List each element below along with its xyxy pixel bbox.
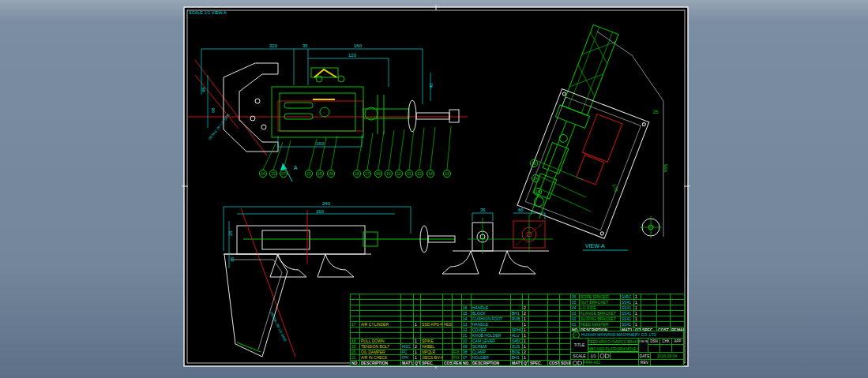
- table-row: [351, 305, 462, 311]
- table-cell: [657, 316, 671, 322]
- table-cell: 1: [523, 355, 529, 361]
- table-cell: BH1: [511, 311, 523, 316]
- table-row: [351, 311, 462, 316]
- table-cell: 17: [351, 322, 360, 327]
- table-cell: FESTO: [443, 322, 453, 327]
- balloon-number: 04: [329, 171, 333, 176]
- table-row: 11KNOB HOLDERALU1: [462, 333, 571, 339]
- cad-workspace: SCALE 1/1 VIEW A: [0, 0, 868, 378]
- table-cell: 16: [462, 305, 472, 311]
- table-cell: 06: [571, 294, 580, 300]
- table-cell: [560, 339, 571, 344]
- table-cell: MSC: [401, 344, 414, 350]
- table-cell: [529, 300, 548, 305]
- table-cell: 1: [634, 294, 641, 300]
- table-cell: [641, 305, 657, 311]
- table-cell: 1: [634, 316, 641, 322]
- table-row: 09SCREWSUS1: [462, 344, 571, 350]
- table-cell: 01: [571, 322, 580, 327]
- table-cell: [560, 305, 571, 311]
- table-cell: [671, 305, 685, 311]
- table-cell: [443, 311, 453, 316]
- table-cell: 21: [351, 355, 360, 361]
- table-cell: [401, 305, 414, 311]
- table-cell: [529, 339, 548, 344]
- table-cell: [453, 305, 462, 311]
- balloon-number: 07: [281, 171, 286, 176]
- table-cell: 2: [523, 305, 529, 311]
- table-cell: 1: [634, 300, 641, 305]
- table-cell: [421, 311, 443, 316]
- table-header-cell: SPEC.: [529, 361, 548, 366]
- balloon-number: 12: [417, 171, 422, 176]
- table-cell: [414, 327, 421, 333]
- table-cell: S45C: [511, 339, 523, 344]
- table-cell: S45C: [621, 294, 634, 300]
- table-header-cell: DESCRIPTION: [472, 361, 511, 366]
- table-cell: [414, 294, 421, 300]
- table-cell: 1: [634, 305, 641, 311]
- table-cell: 1: [414, 350, 421, 355]
- table-cell: [641, 316, 657, 322]
- table-cell: [548, 350, 560, 355]
- table-cell: PULL DOWN: [360, 339, 401, 344]
- table-cell: 1: [414, 355, 421, 361]
- table-cell: [548, 300, 560, 305]
- table-cell: [548, 355, 560, 361]
- parts-list-left: 17AIR CYLINDER1SSD-KPS-KPSLKBH-KB-SBLOPF…: [350, 294, 462, 366]
- table-row: [462, 300, 571, 305]
- table-cell: SSD-KPS-KPSLKBH-KB-SBLOP: [421, 322, 443, 327]
- table-cell: SUS: [511, 344, 523, 350]
- table-cell: 18: [351, 339, 360, 344]
- table-cell: [453, 300, 462, 305]
- balloon-number: 16: [261, 171, 265, 176]
- balloon-number: 22: [271, 171, 276, 176]
- table-cell: [529, 311, 548, 316]
- table-cell: [560, 350, 571, 355]
- table-cell: 08: [462, 350, 472, 355]
- table-cell: FIX: [453, 350, 462, 355]
- table-cell: [657, 305, 671, 311]
- table-row: 12COVERSPHC1: [462, 327, 571, 333]
- table-cell: [657, 322, 671, 327]
- table-cell: [560, 327, 571, 333]
- table-cell: [560, 316, 571, 322]
- table-cell: 1: [634, 311, 641, 316]
- table-cell: SS41: [621, 305, 634, 311]
- dimension-label: 68: [211, 107, 216, 113]
- table-cell: 20: [351, 350, 360, 355]
- table-cell: [641, 311, 657, 316]
- table-cell: SPHC: [511, 327, 523, 333]
- table-cell: [360, 300, 401, 305]
- table-cell: SPIKE: [421, 339, 443, 344]
- table-row: [462, 294, 571, 300]
- table-header-cell: NO.: [351, 361, 360, 366]
- table-cell: [560, 300, 571, 305]
- table-cell: 19: [351, 344, 360, 350]
- balloon-number: 15: [535, 189, 540, 194]
- projection-symbol-icon: [599, 353, 610, 359]
- table-cell: 12: [462, 327, 472, 333]
- table-cell: AIR IN CHECK: [360, 355, 401, 361]
- table-header-cell: SPEC.: [421, 361, 443, 366]
- table-header-row: NO.DESCRIPTIONMAT'LQ'TYSPEC.COST NO.REMA…: [351, 361, 462, 366]
- table-cell: [421, 305, 443, 311]
- table-cell: PC: [401, 350, 414, 355]
- table-cell: 07: [462, 355, 472, 361]
- table-cell: FEED MASTER: [580, 322, 621, 327]
- table-cell: [671, 294, 685, 300]
- table-row: 02SLIDING BRACKETSS411: [571, 316, 685, 322]
- table-cell: BOE: [511, 350, 523, 355]
- table-cell: JIECS-BV-47CL: [421, 355, 443, 361]
- dimension-label: 98: [201, 87, 206, 92]
- table-cell: [462, 300, 472, 305]
- table-cell: [511, 300, 523, 305]
- table-cell: [560, 311, 571, 316]
- table-row: 21AIR IN CHECKIPH1JIECS-BV-47CLFIX: [351, 355, 462, 361]
- table-cell: [548, 339, 560, 344]
- table-cell: 15: [462, 311, 472, 316]
- table-cell: [511, 305, 523, 311]
- table-cell: [529, 294, 548, 300]
- table-header-cell: NO.: [462, 361, 472, 366]
- table-cell: ALU: [511, 333, 523, 339]
